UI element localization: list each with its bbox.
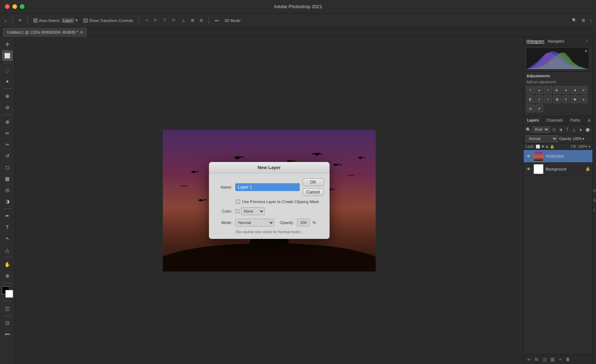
background-color[interactable] [5,290,13,298]
layer-row-background[interactable]: 👁 Background 🔒 [524,163,592,175]
name-input[interactable] [235,183,300,191]
clipping-mask-checkbox[interactable] [236,200,240,204]
color-lookup-icon[interactable]: ▦ [553,95,561,103]
histogram-collapse-icon[interactable]: H [593,189,596,193]
marquee-tool[interactable]: ⬜ [2,50,13,61]
crop-tool[interactable]: ⊕ [2,91,13,101]
opacity-input[interactable] [297,219,310,226]
pixel-filter-icon[interactable]: ◫ [551,127,557,133]
hand-tool[interactable]: ✋ [2,259,13,270]
filter-toggle[interactable]: ⬤ [585,127,590,133]
auto-select-checkbox[interactable]: ✓ Auto-Select: Layer ▾ [32,17,79,24]
exposure-icon[interactable]: ◐ [553,86,561,94]
add-style-button[interactable]: fx [534,356,540,363]
blending-mode-select[interactable]: Normal Dissolve Multiply [526,135,558,142]
shape-filter-icon[interactable]: △ [571,127,577,133]
tab-paths[interactable]: Paths [567,116,584,125]
transform-distribute[interactable]: ⊤ [162,17,168,23]
lock-position-icon[interactable]: ✚ [541,145,544,149]
gradient-tool[interactable]: ▦ [2,173,13,184]
add-mask-button[interactable]: ◫ [541,356,548,363]
opacity-dropdown-icon[interactable]: ▾ [583,137,584,141]
layers-panel-menu[interactable]: ≡ [586,116,592,125]
show-transform-checkbox[interactable]: Show Transform Controls [82,18,134,23]
tab-histogram[interactable]: Histogram [526,39,544,44]
history-brush[interactable]: ↺ [2,151,13,161]
tab-navigator[interactable]: Navigator [548,39,564,44]
text-tool[interactable]: T [2,222,13,233]
histogram-menu-icon[interactable]: ≡ [584,38,590,44]
layer-visibility-bg[interactable]: 👁 [526,166,531,172]
layer-visibility-r0062604[interactable]: 👁 [526,153,531,159]
color-balance-icon[interactable]: ⊕ [580,86,587,94]
more-tools[interactable]: ••• [213,18,220,23]
magic-wand-tool[interactable]: ✦ [2,76,13,87]
lock-all-icon[interactable]: 🔒 [550,145,554,149]
clone-tool[interactable]: ✂ [2,139,13,150]
type-filter-icon[interactable]: T [564,127,570,133]
dodge-tool[interactable]: ◑ [2,196,13,207]
move-tool[interactable]: ✛ [2,39,13,50]
document-tab[interactable]: Untitled-1 @ 115% (R0062604, RGB/8) * [3,28,88,37]
transform-check[interactable] [83,18,88,23]
lasso-tool[interactable]: ◌ [2,65,13,75]
screen-mode[interactable]: ⊡ [2,318,13,328]
new-group-button[interactable]: ▥ [549,356,556,363]
threshold-icon[interactable]: ▲ [580,95,587,103]
lock-artboards-icon[interactable]: ◈ [546,145,548,149]
right-collapse-panel[interactable]: H A L [592,37,596,364]
healing-tool[interactable]: ⊗ [2,117,13,127]
delete-layer-button[interactable]: 🗑 [565,356,571,363]
vibrance-icon[interactable]: ◈ [562,86,570,94]
mode-select[interactable]: Normal Dissolve Multiply Screen Overlay [235,219,274,226]
lock-pixels-icon[interactable]: ⬜ [536,145,540,149]
traffic-lights[interactable] [5,4,24,9]
transform-right[interactable]: ⊢ [171,17,177,23]
close-button[interactable] [5,4,10,9]
move-tool-options[interactable]: ✛ [17,17,23,23]
tab-layers[interactable]: Layers [524,116,543,125]
transform-controls[interactable]: ⊣ [143,17,150,23]
tab-channels[interactable]: Channels [543,116,567,125]
filter-kind-select[interactable]: Kind [532,127,550,133]
channel-mixer-icon[interactable]: ≡ [544,95,552,103]
invert-icon[interactable]: ⊘ [562,95,570,103]
new-layer-button[interactable]: + [557,356,563,363]
maximize-button[interactable] [20,4,24,9]
workspace-button[interactable]: ⊞ [580,17,586,23]
shape-tool[interactable]: △ [2,245,13,255]
adjustment-filter-icon[interactable]: ◑ [558,127,563,133]
photo-filter-icon[interactable]: ⊙ [535,95,543,103]
transform-bottom[interactable]: ⊟ [198,17,204,23]
color-select[interactable]: None Red Orange Yellow Green Blue Violet… [241,207,265,215]
brightness-contrast-icon[interactable]: ☀ [526,86,534,94]
eraser-tool[interactable]: ◻ [2,162,13,173]
layer-dropdown-icon[interactable]: ▾ [76,18,78,23]
path-selection-tool[interactable]: ↖ [2,233,13,244]
color-swatch-x[interactable]: ✕ [235,209,239,213]
gradient-map-icon[interactable]: ▤ [526,105,534,112]
curves-icon[interactable]: ↗ [544,86,552,94]
smart-filter-icon[interactable]: ◈ [578,127,584,133]
transform-v-center[interactable]: ⊞ [189,17,195,23]
extra-tools[interactable]: ••• [2,329,13,340]
layers-collapse-icon[interactable]: L [594,208,596,212]
selective-color-icon[interactable]: ◈ [535,105,543,112]
quick-mask-mode[interactable]: ◫ [2,303,13,314]
eyedropper-tool[interactable]: ⊘ [2,102,13,113]
tab-close-button[interactable] [80,31,83,34]
minimize-button[interactable] [12,4,17,9]
share-button[interactable]: ↑ [589,17,594,23]
zoom-tool[interactable]: ⊕ [2,270,13,281]
transform-h-center[interactable]: ⊢ [153,17,159,23]
blur-tool[interactable]: ◎ [2,185,13,195]
fill-dropdown-icon[interactable]: ▾ [589,145,590,149]
black-white-icon[interactable]: ◧ [526,95,534,103]
adjustments-collapse-icon[interactable]: A [593,198,596,202]
cancel-button[interactable]: Cancel [303,188,324,196]
transform-top[interactable]: ⊥ [180,17,187,23]
hue-saturation-icon[interactable]: ◑ [571,86,579,94]
layer-row-r0062604[interactable]: 👁 R0062604 [524,150,592,163]
auto-select-check[interactable]: ✓ [33,18,38,23]
pen-tool[interactable]: ✒ [2,211,13,221]
